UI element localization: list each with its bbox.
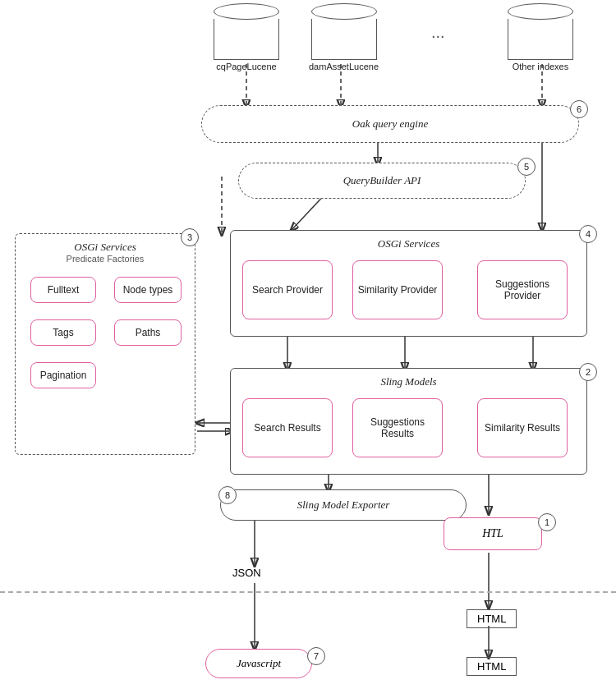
cylinder-body-3 — [508, 19, 573, 60]
cylinder-body-2 — [311, 19, 377, 60]
badge-4: 4 — [579, 225, 597, 243]
similarity-provider-box: Similarity Provider — [352, 260, 443, 319]
badge-7: 7 — [307, 647, 325, 665]
json-label: JSON — [232, 567, 261, 579]
search-provider-box: Search Provider — [242, 260, 333, 319]
other-indexes: Other indexes — [508, 3, 573, 71]
badge-3: 3 — [181, 228, 199, 246]
sling-exporter-label: Sling Model Exporter — [297, 498, 390, 512]
osgi-predicate-title: OSGi Services — [16, 241, 195, 254]
similarity-results-box: Similarity Results — [477, 398, 568, 457]
sling-model-exporter-box: Sling Model Exporter — [220, 489, 467, 521]
badge-1: 1 — [538, 513, 556, 531]
badge-6: 6 — [570, 100, 588, 118]
html-label-2: HTML — [467, 657, 517, 676]
dashed-divider — [0, 591, 616, 593]
htl-box: HTL — [444, 517, 542, 550]
osgi-predicate-container: OSGi Services Predicate Factories Fullte… — [15, 233, 195, 455]
dam-asset-lucene-index: damAssetLucene — [309, 3, 379, 71]
oak-query-engine-box: Oak query engine — [201, 105, 579, 143]
badge-5: 5 — [517, 158, 536, 176]
pagination-box: Pagination — [30, 362, 96, 388]
querybuilder-label: QueryBuilder API — [343, 174, 421, 187]
html-label-1: HTML — [467, 609, 517, 628]
javascript-box: Javascript — [205, 649, 312, 678]
cylinder-top-3 — [508, 3, 573, 20]
paths-box: Paths — [114, 319, 182, 346]
fulltext-box: Fulltext — [30, 277, 96, 303]
node-types-box: Node types — [114, 277, 182, 303]
badge-2: 2 — [579, 363, 597, 381]
suggestions-results-box: Suggestions Results — [352, 398, 443, 457]
querybuilder-api-box: QueryBuilder API — [238, 163, 526, 199]
cq-lucene-label: cqPageLucene — [216, 62, 276, 71]
sling-models-container: Sling Models Search Results Suggestions … — [230, 368, 587, 475]
tags-box: Tags — [30, 319, 96, 346]
cylinder-top-2 — [311, 3, 377, 20]
osgi-predicate-subtitle: Predicate Factories — [16, 254, 195, 264]
dam-lucene-label: damAssetLucene — [309, 62, 379, 71]
diagram: cqPageLucene damAssetLucene ... Other in… — [0, 0, 616, 689]
search-results-box: Search Results — [242, 398, 333, 457]
cylinder-top — [214, 3, 279, 20]
sling-models-title: Sling Models — [231, 375, 586, 388]
other-indexes-label: Other indexes — [513, 62, 568, 71]
ellipsis-dots: ... — [431, 23, 445, 42]
badge-8: 8 — [218, 486, 237, 504]
cq-page-lucene-index: cqPageLucene — [214, 3, 279, 71]
oak-query-engine-label: Oak query engine — [352, 117, 428, 131]
osgi-providers-title: OSGi Services — [231, 237, 586, 250]
osgi-providers-container: OSGi Services Search Provider Similarity… — [230, 230, 587, 337]
cylinder-body — [214, 19, 279, 60]
suggestions-provider-box: Suggestions Provider — [477, 260, 568, 319]
